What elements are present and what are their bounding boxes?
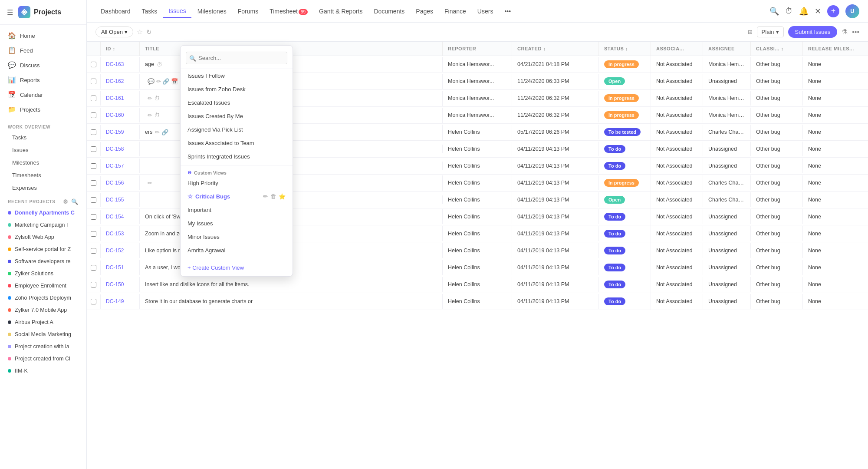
custom-view-item[interactable]: Important xyxy=(181,203,293,217)
custom-view-item[interactable]: ☆Critical Bugs ✏ 🗑 ⭐ xyxy=(181,190,293,203)
plain-view-button[interactable]: Plain ▾ xyxy=(757,26,784,37)
user-avatar[interactable]: U xyxy=(845,4,859,18)
sidebar-nav-feed[interactable]: 📋Feed xyxy=(0,43,86,58)
recent-project-item[interactable]: Zylker Solutions xyxy=(2,268,85,280)
col-status[interactable]: STATUS ↕ xyxy=(599,42,651,56)
custom-view-item[interactable]: High Priority xyxy=(181,176,293,190)
settings-icon[interactable]: ⚙ xyxy=(63,198,69,205)
recent-project-item[interactable]: Donnelly Apartments C xyxy=(2,207,85,219)
topnav-tasks[interactable]: Tasks xyxy=(137,5,163,17)
bell-icon[interactable]: 🔔 xyxy=(799,7,809,16)
row-checkbox[interactable] xyxy=(87,277,101,292)
close-icon[interactable]: ✕ xyxy=(815,7,821,16)
all-open-dropdown[interactable]: All Open ▾ xyxy=(95,26,133,37)
topnav-dashboard[interactable]: Dashboard xyxy=(95,5,136,17)
system-view-item[interactable]: Issues Created By Me xyxy=(181,109,293,123)
custom-view-item[interactable]: Minor Issues xyxy=(181,230,293,244)
search-icon[interactable]: 🔍 xyxy=(71,198,79,205)
recent-project-item[interactable]: IIM-K xyxy=(2,365,85,377)
col-assoc[interactable]: ASSOCIA... xyxy=(651,42,703,56)
row-title[interactable]: Store it in our database to generate cha… xyxy=(140,294,443,309)
table-row[interactable]: DC-149 Store it in our database to gener… xyxy=(87,293,868,310)
sidebar-nav-calendar[interactable]: 📅Calendar xyxy=(0,87,86,102)
recent-project-item[interactable]: Social Media Marketing xyxy=(2,328,85,340)
filter-icon[interactable]: ⚗ xyxy=(842,28,848,36)
system-view-item[interactable]: Sprints Integrated Issues xyxy=(181,150,293,163)
star-icon[interactable]: ⭐ xyxy=(279,193,286,200)
row-checkbox[interactable] xyxy=(87,74,101,89)
work-item-milestones[interactable]: Milestones xyxy=(0,156,86,169)
search-icon[interactable]: 🔍 xyxy=(769,7,779,16)
recent-project-item[interactable]: Zylker 7.0 Mobile App xyxy=(2,304,85,316)
row-checkbox[interactable] xyxy=(87,108,101,122)
row-checkbox[interactable] xyxy=(87,193,101,207)
work-item-expenses[interactable]: Expenses xyxy=(0,182,86,194)
recent-project-item[interactable]: Project creation with la xyxy=(2,340,85,353)
sidebar-nav-discuss[interactable]: 💬Discuss xyxy=(0,58,86,73)
row-title[interactable]: Insert like and dislike icons for all th… xyxy=(140,277,443,292)
col-id[interactable]: ID ↕ xyxy=(101,42,140,56)
col-created[interactable]: CREATED ↕ xyxy=(512,42,599,56)
row-checkbox[interactable] xyxy=(87,227,101,241)
row-checkbox[interactable] xyxy=(87,210,101,224)
row-checkbox[interactable] xyxy=(87,176,101,190)
row-checkbox[interactable] xyxy=(87,294,101,309)
recent-project-item[interactable]: Employee Enrollment xyxy=(2,280,85,292)
work-item-timesheets[interactable]: Timesheets xyxy=(0,169,86,182)
recent-project-item[interactable]: Zylsoft Web App xyxy=(2,231,85,243)
row-checkbox[interactable] xyxy=(87,142,101,156)
recent-project-item[interactable]: Marketing Campaign T xyxy=(2,219,85,231)
topnav-gantt---reports[interactable]: Gantt & Reports xyxy=(314,5,368,17)
sidebar-nav-projects[interactable]: 📁Projects xyxy=(0,102,86,117)
topnav-timesheet[interactable]: Timesheet99 xyxy=(264,5,313,17)
row-checkbox[interactable] xyxy=(87,159,101,173)
col-reporter[interactable]: REPORTER xyxy=(443,42,512,56)
star-icon[interactable]: ☆ xyxy=(137,28,143,36)
custom-view-item[interactable]: Amrita Agrawal xyxy=(181,244,293,257)
system-view-item[interactable]: Escalated Issues xyxy=(181,96,293,109)
table-row[interactable]: DC-150 Insert like and dislike icons for… xyxy=(87,276,868,293)
edit-icon[interactable]: ✏ xyxy=(263,193,268,200)
system-view-item[interactable]: Assigned Via Pick List xyxy=(181,123,293,136)
col-assignee[interactable]: ASSIGNEE xyxy=(703,42,751,56)
work-item-tasks[interactable]: Tasks xyxy=(0,131,86,144)
topnav----[interactable]: ••• xyxy=(499,5,516,17)
create-custom-view-button[interactable]: + Create Custom View xyxy=(181,261,293,274)
topnav-users[interactable]: Users xyxy=(472,5,499,17)
row-checkbox[interactable] xyxy=(87,125,101,139)
hamburger-icon[interactable]: ☰ xyxy=(7,8,13,17)
delete-icon[interactable]: 🗑 xyxy=(270,193,276,200)
topnav-issues[interactable]: Issues xyxy=(163,5,191,18)
topnav-forums[interactable]: Forums xyxy=(233,5,263,17)
system-view-item[interactable]: Issues from Zoho Desk xyxy=(181,83,293,96)
sidebar-nav-home[interactable]: 🏠Home xyxy=(0,28,86,43)
col-release[interactable]: RELEASE MILES... xyxy=(803,42,868,56)
system-view-item[interactable]: Issues I Follow xyxy=(181,69,293,83)
row-checkbox[interactable] xyxy=(87,57,101,72)
more-options-icon[interactable]: ••• xyxy=(852,28,859,36)
collapse-icon[interactable]: ⊖ xyxy=(187,170,191,175)
row-reporter: Helen Collins xyxy=(443,260,512,275)
add-button[interactable]: + xyxy=(827,5,839,17)
refresh-icon[interactable]: ↻ xyxy=(146,28,152,36)
system-view-item[interactable]: Issues Associated to Team xyxy=(181,136,293,150)
row-checkbox[interactable] xyxy=(87,91,101,106)
custom-view-item[interactable]: My Issues xyxy=(181,217,293,230)
recent-project-item[interactable]: Zoho Projects Deploym xyxy=(2,292,85,304)
recent-project-item[interactable]: Airbus Project A xyxy=(2,316,85,328)
work-item-issues[interactable]: Issues xyxy=(0,144,86,156)
clock-icon[interactable]: ⏱ xyxy=(785,7,793,16)
topnav-pages[interactable]: Pages xyxy=(411,5,438,17)
col-class[interactable]: CLASSI... ↕ xyxy=(751,42,803,56)
topnav-finance[interactable]: Finance xyxy=(439,5,471,17)
recent-project-item[interactable]: Software developers re xyxy=(2,255,85,268)
sidebar-nav-reports[interactable]: 📊Reports xyxy=(0,73,86,87)
row-checkbox[interactable] xyxy=(87,261,101,275)
topnav-milestones[interactable]: Milestones xyxy=(192,5,232,17)
dropdown-search-input[interactable] xyxy=(186,52,287,64)
recent-project-item[interactable]: Self-service portal for Z xyxy=(2,243,85,255)
row-checkbox[interactable] xyxy=(87,244,101,258)
submit-issues-button[interactable]: Submit Issues xyxy=(788,26,838,38)
topnav-documents[interactable]: Documents xyxy=(369,5,410,17)
recent-project-item[interactable]: Project created from Cl xyxy=(2,353,85,365)
